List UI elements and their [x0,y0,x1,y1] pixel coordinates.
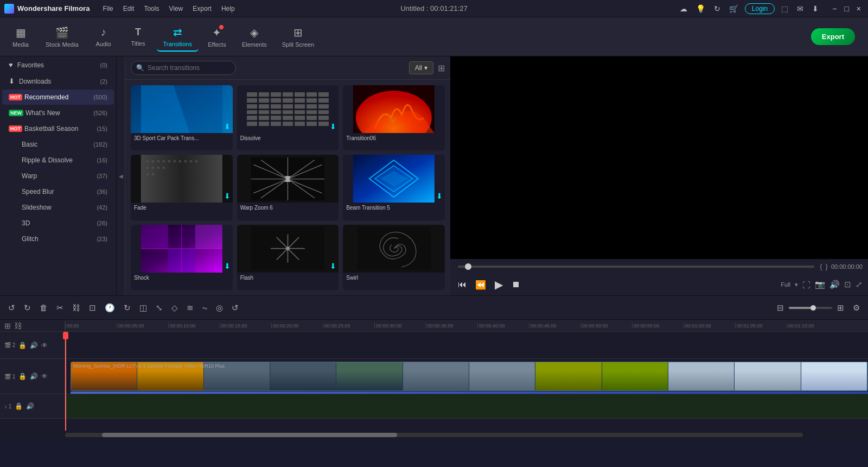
preview-progress-slider[interactable] [458,266,814,268]
toolbar-effects[interactable]: ✦ Effects [201,23,233,51]
volume-button[interactable]: 🔊 [829,280,840,289]
search-input[interactable] [131,61,236,75]
transition-card-beam[interactable]: ⬇ Beam Transition 5 [343,155,445,220]
sidebar-item-3d[interactable]: 3D (26) [2,216,114,231]
audio-adjust-button[interactable]: ≋ [184,301,196,315]
keyframe-button[interactable]: ◇ [169,301,181,315]
sidebar-item-basketball[interactable]: HOT Basketball Season (15) [2,121,114,136]
link-track-button[interactable]: ⛓ [14,321,22,330]
maximize-button[interactable]: □ [841,2,851,15]
undo-button[interactable]: ↺ [5,301,18,315]
cart-icon[interactable]: 🛒 [727,3,741,14]
out-point-button[interactable]: } [826,262,828,270]
zoom-in-button[interactable]: ⊞ [834,301,847,315]
fullscreen-button[interactable]: ⛶ [802,280,810,289]
refresh-icon[interactable]: ↻ [712,3,723,14]
transition-card-swirl[interactable]: Swirl [343,225,445,290]
message-icon[interactable]: ✉ [795,3,806,14]
pip-button[interactable]: ⊡ [844,280,851,289]
timeline-body: 🎬 2 🔒 🔊 👁 🎬 1 🔒 🔊 👁 [0,332,868,431]
in-point-button[interactable]: { [820,262,822,270]
menu-file[interactable]: File [98,4,117,14]
sidebar-item-speedblur[interactable]: Speed Blur (36) [2,184,114,199]
minimize-button[interactable]: − [829,2,839,15]
zoom-slider[interactable] [789,307,832,309]
target-button[interactable]: ◎ [213,301,226,315]
track-lock-v2[interactable]: 🔒 [18,342,27,349]
login-button[interactable]: Login [745,3,775,14]
waveform-button[interactable]: ⏦ [200,301,210,314]
timeline-scrollbar[interactable] [65,433,803,437]
transition-card-fire[interactable]: Transition06 [343,85,445,150]
transition-card-shock[interactable]: ⬇ Shock [131,225,233,290]
rewind-button[interactable]: ⏮ [456,279,469,291]
sidebar-item-ripple[interactable]: Ripple & Dissolve (16) [2,153,114,168]
sidebar-item-recommended[interactable]: HOT Recommended (500) [2,90,114,105]
video-clip-main[interactable]: Morning_Sunrise_(HDR LUT) 4:3 Sample Foo… [71,362,868,391]
transition-card-flash[interactable]: ⬇ Flash [237,225,339,290]
export-button[interactable]: Export [811,28,855,45]
link-button[interactable]: ⛓ [69,301,83,314]
profile-icon[interactable]: ⬚ [779,3,790,14]
track-mute-v1[interactable]: 🔊 [30,373,38,380]
menu-view[interactable]: View [164,4,187,14]
track-mute-a1[interactable]: 🔊 [26,402,34,410]
transition-thumb-swirl [343,225,445,273]
track-visible-v1[interactable]: 👁 [41,373,48,380]
menu-export[interactable]: Export [188,4,216,14]
transition-card-dissolve[interactable]: ⬇ Dissolve [237,85,339,150]
menu-help[interactable]: Help [217,4,239,14]
download-icon[interactable]: ⬇ [810,3,821,14]
transition-card-sport[interactable]: ⬇ 3D Sport Car Pack Trans... [131,85,233,150]
sidebar-item-whats-new[interactable]: NEW What's New (526) [2,105,114,121]
transition-card-warpzoom[interactable]: Warp Zoom 6 [237,155,339,220]
delete-button[interactable]: 🗑 [37,301,50,314]
cut-button[interactable]: ✂ [54,301,66,315]
filter-button[interactable]: All ▾ [409,61,433,74]
search-icon: 🔍 [136,64,144,72]
transition-card-fade[interactable]: ⬇ Fade [131,155,233,220]
bulb-icon[interactable]: 💡 [694,3,707,14]
preview-slider-thumb [465,263,471,270]
toolbar-transitions[interactable]: ⇄ Transitions [157,22,199,52]
toolbar-stock[interactable]: 🎬 Stock Media [39,23,85,51]
sidebar-collapse-button[interactable]: ◀ [117,56,125,295]
crop-button[interactable]: ⊡ [86,301,99,315]
loop-button[interactable]: ↺ [229,301,241,315]
sidebar-item-slideshow[interactable]: Slideshow (42) [2,200,114,215]
menu-edit[interactable]: Edit [119,4,139,14]
clock-button[interactable]: 🕐 [102,301,118,315]
sidebar-item-downloads[interactable]: ⬇ Downloads (2) [2,73,114,89]
toolbar-elements[interactable]: ◈ Elements [235,23,273,51]
cloud-icon[interactable]: ☁ [678,3,690,14]
track-mute-v2[interactable]: 🔊 [30,342,38,349]
settings-icon[interactable]: ⚙ [850,301,863,315]
toolbar-splitscreen[interactable]: ⊞ Split Screen [276,23,321,51]
rotate-button[interactable]: ↻ [121,301,133,315]
zoom-out-button[interactable]: ⊟ [774,301,787,315]
stop-button[interactable]: ⏹ [509,279,522,291]
sidebar-item-glitch[interactable]: Glitch (23) [2,231,114,247]
grid-view-button[interactable]: ⊞ [438,63,445,73]
track-lock-a1[interactable]: 🔒 [15,402,23,410]
step-back-button[interactable]: ⏪ [473,279,488,291]
toolbar-audio[interactable]: ♪ Audio [87,23,120,51]
track-visible-v2[interactable]: 👁 [41,342,48,349]
toolbar-titles[interactable]: T Titles [122,23,155,50]
sidebar-item-basic[interactable]: Basic (182) [2,137,114,152]
mask-button[interactable]: ◫ [137,301,150,315]
redo-button[interactable]: ↻ [21,301,34,315]
toolbar-media[interactable]: ▦ Media [4,23,37,51]
expand-button[interactable]: ⤢ [856,280,863,289]
transition-thumb-flash: ⬇ [237,225,339,273]
play-button[interactable]: ▶ [493,277,505,292]
sidebar-item-warp[interactable]: Warp (37) [2,168,114,184]
track-content-v1[interactable]: Morning_Sunrise_(HDR LUT) 4:3 Sample Foo… [65,359,868,394]
snapshot-button[interactable]: 📷 [815,280,825,289]
sidebar-item-favorites[interactable]: ♥ Favorites (0) [2,57,114,73]
close-button[interactable]: × [854,2,864,15]
add-track-button[interactable]: ⊞ [4,321,11,330]
track-lock-v1[interactable]: 🔒 [18,373,27,380]
menu-tools[interactable]: Tools [139,4,163,14]
resize-button[interactable]: ⤡ [153,301,165,315]
